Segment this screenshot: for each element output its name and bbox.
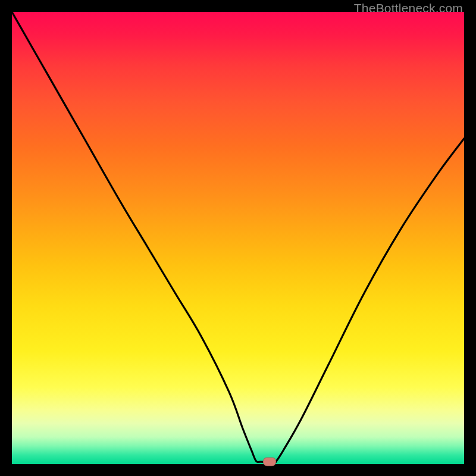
curve-svg — [12, 12, 464, 464]
bottleneck-curve — [12, 12, 464, 462]
optimal-point-marker — [263, 458, 276, 466]
chart-container: TheBottleneck.com — [0, 0, 476, 476]
plot-area — [12, 12, 464, 464]
